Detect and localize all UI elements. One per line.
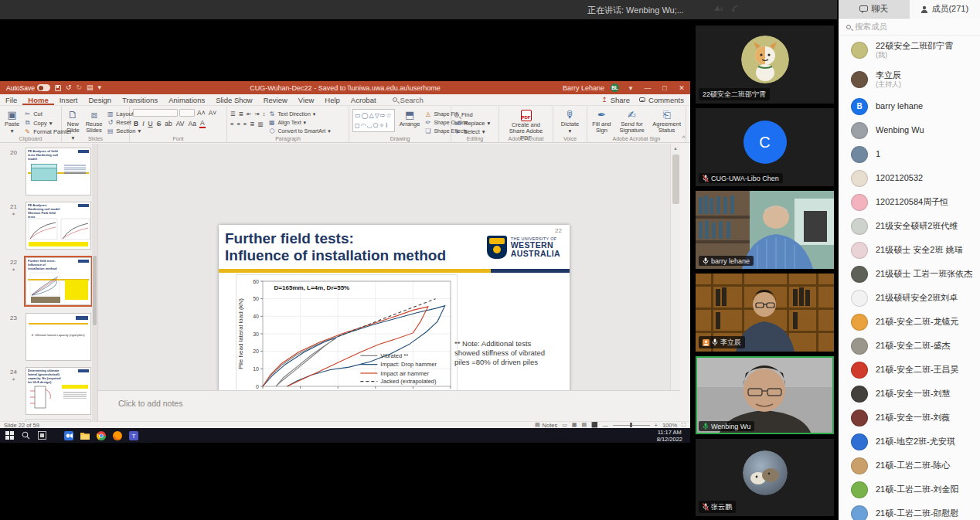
chrome-icon[interactable] [97, 431, 106, 440]
decrease-indent-icon[interactable]: ⇤ [247, 110, 251, 117]
change-case-button[interactable]: Aa [188, 120, 197, 127]
teams-icon[interactable]: T [129, 431, 138, 440]
justify-icon[interactable]: ≣ [250, 121, 254, 127]
menu-tab-insert[interactable]: Insert [54, 94, 83, 105]
replace-button[interactable]: abReplace▾ [454, 120, 490, 127]
slide-thumbnail-22-selected[interactable]: Further field tests: Influence of instal… [26, 257, 91, 305]
taskbar-clock[interactable]: 11:17 AM 8/12/2022 [657, 429, 682, 443]
qat-dropdown-icon[interactable]: ▾ [97, 84, 101, 91]
member-row[interactable]: 21硕-安全二班-龙镜元 [839, 310, 980, 334]
member-row[interactable]: 21硕-安全二班-盛杰 [839, 334, 980, 358]
member-row[interactable]: 李立辰 (主持人) [839, 65, 980, 94]
agreement-status-button[interactable]: ⎗Agreement Status [651, 109, 682, 135]
font-name-input[interactable] [133, 109, 178, 117]
close-button[interactable]: ✕ [676, 84, 687, 92]
reading-view-icon[interactable]: ▤ [581, 422, 587, 428]
view-layout-icon[interactable] [713, 3, 725, 15]
columns-icon[interactable]: ▥ [257, 121, 263, 127]
menu-tab-design[interactable]: Design [83, 94, 117, 105]
grow-font-icon[interactable]: A˄ [196, 109, 206, 117]
slide-thumbnail-24[interactable]: Determining ultimate lateral (geotechnic… [26, 367, 91, 415]
italic-button[interactable]: I [141, 120, 145, 127]
taskbar-search-icon[interactable] [21, 431, 30, 440]
autosave-toggle[interactable]: AutoSave [6, 84, 50, 92]
member-row[interactable]: 21级硕士 安全2班 姚瑞 [839, 238, 980, 262]
shape-gallery[interactable]: ▭◯△▽⇨☆◻◠◡⬠✧⌇ [352, 109, 395, 132]
back-arrow-icon[interactable] [730, 3, 742, 15]
menu-tab-animations[interactable]: Animations [163, 94, 210, 105]
align-right-icon[interactable]: ≡ [243, 121, 247, 127]
font-size-input[interactable] [179, 109, 195, 117]
task-view-icon[interactable] [37, 431, 46, 440]
menu-tab-view[interactable]: View [293, 94, 319, 105]
member-row[interactable]: 21硕-安全一班-刘慧 [839, 382, 980, 406]
numbering-icon[interactable]: ≣ [239, 110, 243, 117]
font-color-button[interactable]: A [199, 119, 206, 128]
member-row[interactable]: 21硕-工岩二班-刘金阳 [839, 478, 980, 501]
thumbnail-scrollbar[interactable] [92, 144, 97, 424]
file-explorer-icon[interactable] [80, 431, 90, 440]
increase-indent-icon[interactable]: ⇥ [254, 110, 259, 117]
character-spacing-button[interactable]: AV [175, 120, 185, 127]
member-row[interactable]: 21级硕士 工岩一班张依杰 [839, 262, 980, 286]
member-row[interactable]: 21硕-安全一班-刘薇 [839, 406, 980, 430]
video-tile-zhang-yunpeng[interactable]: 张云鹏 [696, 439, 834, 516]
dictate-button[interactable]: 🎙Dictate▾ [560, 109, 580, 136]
align-center-icon[interactable]: ≡ [236, 121, 240, 127]
search-box[interactable]: Search [393, 96, 424, 104]
menu-tab-slide-show[interactable]: Slide Show [210, 94, 258, 105]
slideshow-from-start-icon[interactable]: ▤ [87, 84, 94, 91]
member-row[interactable]: 21硕-地空2班-尤安琪 [839, 430, 980, 454]
member-row[interactable]: 1202120584周子恒 [839, 190, 980, 214]
member-row[interactable]: 1 [839, 142, 980, 166]
member-row[interactable]: 21级安全硕研2班代维 [839, 214, 980, 238]
menu-tab-acrobat[interactable]: Acrobat [345, 94, 382, 105]
text-direction-button[interactable]: ⇅Text Direction▾ [268, 110, 330, 117]
meeting-app-taskbar-icon[interactable] [64, 431, 73, 440]
menu-tab-transitions[interactable]: Transitions [117, 94, 163, 105]
video-tile-barry-lehane[interactable]: barry lehane [696, 191, 834, 269]
align-text-button[interactable]: ▦Align Text▾ [268, 119, 330, 126]
slide-sorter-view-icon[interactable]: ▦ [572, 422, 577, 428]
member-row[interactable]: Wenbing Wu [839, 118, 980, 142]
share-button[interactable]: ↥Share [601, 96, 630, 104]
bullets-icon[interactable]: ☰ [230, 110, 236, 117]
line-spacing-icon[interactable]: ↕ [263, 110, 266, 117]
shrink-font-icon[interactable]: A˅ [208, 109, 218, 117]
reuse-slides-button[interactable]: ⧈Reuse Slides [84, 109, 104, 135]
menu-tab-review[interactable]: Review [258, 94, 293, 105]
save-icon[interactable] [55, 85, 61, 91]
slide-thumbnail-21[interactable]: FE Analyses: Hardening soil model Shento… [26, 202, 91, 250]
zoom-in-icon[interactable]: + [655, 423, 658, 428]
member-row[interactable]: 21硕-安全二班-王昌昊 [839, 358, 980, 382]
account-avatar[interactable]: BL [611, 83, 619, 92]
member-row[interactable]: 21硕-工岩二班-陈心 [839, 454, 980, 478]
member-row[interactable]: 22硕安全二班邵宁霄 (我) [839, 36, 980, 65]
bold-button[interactable]: B [133, 120, 139, 127]
convert-smartart-button[interactable]: ⬡Convert to SmartArt▾ [268, 127, 330, 134]
comments-button[interactable]: Comments [639, 96, 684, 104]
menu-tab-home[interactable]: Home [22, 94, 53, 105]
text-shadow-button[interactable]: ab [164, 120, 172, 127]
select-button[interactable]: ▸Select▾ [454, 128, 490, 135]
find-button[interactable]: Find [454, 111, 490, 118]
slide-thumbnail-20[interactable]: FE Analyses of field tests Hardening soi… [26, 148, 91, 195]
tab-members[interactable]: 成员(271) [910, 0, 980, 19]
member-row[interactable]: 21硕-工岩二班-邵慰慰 [839, 501, 980, 520]
member-row[interactable]: 1202120532 [839, 166, 980, 190]
tab-chat[interactable]: 聊天 [839, 0, 910, 19]
zoom-slider[interactable] [613, 425, 650, 426]
menu-tab-help[interactable]: Help [319, 94, 345, 105]
minimize-button[interactable]: — [642, 84, 653, 92]
member-row[interactable]: B barry lehane [839, 94, 980, 118]
collapse-ribbon-icon[interactable]: ˄ [682, 134, 686, 141]
redo-icon[interactable]: ↻ [76, 84, 82, 91]
video-tile-li-lichen[interactable]: 李立辰 [696, 274, 834, 352]
ribbon-options-icon[interactable]: ▾ [625, 84, 636, 92]
align-left-icon[interactable]: ≡ [230, 121, 233, 127]
member-search-input[interactable]: 搜索成员 [839, 19, 980, 36]
firefox-icon[interactable] [113, 431, 122, 440]
slideshow-view-icon[interactable]: ⬛ [591, 422, 598, 428]
underline-button[interactable]: U [148, 120, 154, 127]
account-name[interactable]: Barry Lehane [563, 84, 604, 92]
